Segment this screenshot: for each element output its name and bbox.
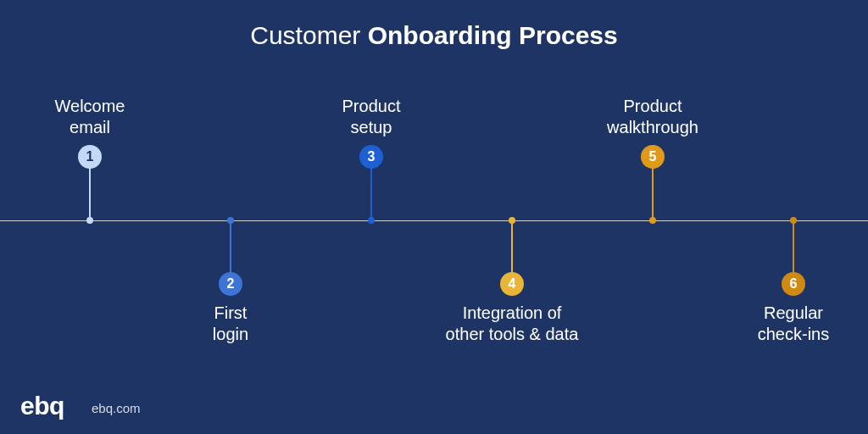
step-number: 1 bbox=[86, 149, 94, 164]
timeline-dot bbox=[368, 217, 375, 224]
step-circle-5: 5 bbox=[641, 145, 665, 169]
site-url: ebq.com bbox=[92, 401, 141, 415]
timeline-axis bbox=[0, 220, 868, 221]
step-circle-4: 4 bbox=[500, 272, 524, 296]
step-label-1: Welcome email bbox=[0, 96, 183, 138]
diagram-title: Customer Onboarding Process bbox=[0, 20, 868, 51]
step-number: 6 bbox=[790, 276, 798, 292]
step-label-3: Product setup bbox=[278, 96, 465, 138]
step-number: 5 bbox=[649, 149, 657, 164]
step-number: 2 bbox=[227, 276, 235, 292]
title-bold: Onboarding Process bbox=[368, 21, 618, 49]
step-label-4: Integration of other tools & data bbox=[419, 303, 605, 345]
step-label-6: Regular check-ins bbox=[700, 303, 868, 345]
step-circle-6: 6 bbox=[782, 272, 805, 296]
step-label-5: Product walkthrough bbox=[559, 96, 746, 138]
step-circle-2: 2 bbox=[219, 272, 242, 296]
title-prefix: Customer bbox=[250, 21, 367, 49]
ebq-logo: ebq bbox=[20, 393, 64, 419]
timeline-dot bbox=[509, 217, 515, 224]
timeline-dot bbox=[86, 217, 93, 224]
step-number: 4 bbox=[509, 276, 516, 292]
step-circle-3: 3 bbox=[359, 145, 383, 169]
timeline-dot bbox=[790, 217, 797, 224]
step-circle-1: 1 bbox=[78, 145, 102, 169]
step-number: 3 bbox=[368, 149, 376, 164]
timeline-dot bbox=[227, 217, 234, 224]
timeline-dot bbox=[649, 217, 656, 224]
step-label-2: First login bbox=[137, 303, 324, 345]
